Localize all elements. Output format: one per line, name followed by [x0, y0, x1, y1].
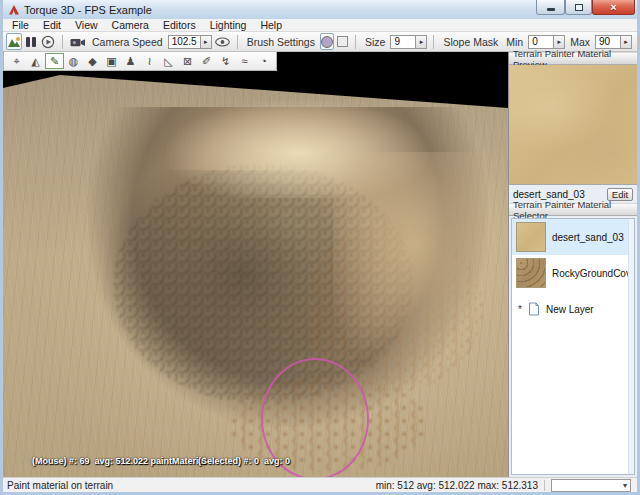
brush-size-dropdown-icon[interactable]: ▸	[415, 36, 426, 48]
toolbar-separator	[433, 35, 434, 49]
toolbar-separator	[237, 35, 238, 49]
material-row[interactable]: desert_sand_03	[512, 219, 634, 255]
slope-max-label: Max	[570, 36, 590, 48]
brush-size-label: Size	[365, 36, 385, 48]
erode-terrain-icon[interactable]: ↯	[216, 53, 235, 69]
menu-bar: FileEditViewCameraEditorsLightingHelp	[3, 19, 637, 32]
slope-min-dropdown-icon[interactable]: ▸	[553, 36, 564, 48]
terrain-ground	[3, 52, 508, 477]
eye-icon	[215, 37, 230, 47]
visibility-button[interactable]	[214, 33, 231, 50]
dune-right-highlight	[333, 152, 508, 382]
slope-min-label: Min	[506, 36, 523, 48]
app-window: Torque 3D - FPS Example × FileEditViewCa…	[0, 0, 640, 495]
status-message: Paint material on terrain	[7, 480, 376, 491]
menu-item-view[interactable]: View	[68, 19, 105, 32]
title-bar[interactable]: Torque 3D - FPS Example ×	[3, 0, 637, 19]
slope-mask-label: Slope Mask	[443, 36, 498, 48]
camera-speed-dropdown-icon[interactable]: ▸	[200, 36, 211, 48]
toolbar-separator	[638, 35, 639, 49]
camera-menu-button[interactable]	[69, 33, 87, 50]
material-thumbnail	[516, 258, 546, 288]
set-height-icon[interactable]: ♟	[121, 53, 140, 69]
new-layer-page-icon	[528, 302, 540, 316]
grab-terrain-icon[interactable]: ⌖	[7, 53, 26, 69]
terrain-tools-toolbar: ⌖◭✎◍◆▣♟≀◺⊠✐↯≈◔	[3, 52, 277, 71]
restore-icon	[575, 4, 583, 11]
menu-item-edit[interactable]: Edit	[36, 19, 68, 32]
menu-item-editors[interactable]: Editors	[156, 19, 203, 32]
columns-icon	[25, 36, 37, 48]
viewport-3d[interactable]: (Mouse) #: 69 avg: 512.022 paintMaterial…	[3, 52, 508, 477]
terrain-editor-button[interactable]	[6, 33, 22, 50]
play-icon	[41, 35, 55, 49]
new-layer-item[interactable]: *New Layer	[512, 291, 634, 327]
material-label: RockyGroundCover	[552, 268, 635, 279]
flatten-height-icon[interactable]: ▣	[102, 53, 121, 69]
camera-speed-input[interactable]: 102.5 ▸	[168, 35, 212, 49]
material-row[interactable]: RockyGroundCover	[512, 255, 634, 291]
brush-size-input[interactable]: 9 ▸	[390, 35, 427, 49]
material-selector-header: Terrain Painter Material Selector	[509, 203, 637, 216]
minimize-icon	[547, 8, 555, 11]
chevron-down-icon: ▾	[623, 481, 627, 490]
torque-logo-icon	[8, 4, 20, 16]
selected-terrain-info: (Selected) #: 0 avg: 0	[198, 456, 290, 466]
paint-material-brush-icon[interactable]: ✎	[45, 53, 64, 69]
status-dropdown[interactable]: ▾	[551, 479, 631, 492]
terrain-brush-soft-icon[interactable]: ◔	[254, 53, 273, 69]
material-list-scrollbar[interactable]	[628, 219, 634, 474]
ellipse-brush-button[interactable]	[320, 33, 334, 50]
status-bar: Paint material on terrain min: 512 avg: …	[3, 477, 637, 492]
set-empty-icon[interactable]: ◺	[159, 53, 178, 69]
smooth-height-icon[interactable]: ◍	[64, 53, 83, 69]
toolbar-separator	[62, 35, 63, 49]
mountain-icon	[7, 36, 21, 48]
status-separator	[544, 480, 545, 491]
restore-button[interactable]	[565, 0, 592, 15]
paint-noise-icon[interactable]: ◆	[83, 53, 102, 69]
material-label: desert_sand_03	[552, 232, 624, 243]
camera-icon	[70, 37, 86, 47]
terrain-painter-panel: Terrain Painter Material Preview desert_…	[508, 52, 637, 477]
menu-item-camera[interactable]: Camera	[105, 19, 156, 32]
window-title: Torque 3D - FPS Example	[24, 4, 152, 16]
menu-item-lighting[interactable]: Lighting	[203, 19, 254, 32]
clear-terrain-icon[interactable]: ≀	[140, 53, 159, 69]
terrain-height-stats: min: 512 avg: 512.022 max: 512.313	[376, 480, 538, 491]
raise-height-icon[interactable]: ◭	[26, 53, 45, 69]
material-label: New Layer	[546, 304, 630, 315]
box-brush-icon	[337, 36, 348, 47]
slope-max-dropdown-icon[interactable]: ▸	[620, 36, 631, 48]
minimize-button[interactable]	[536, 0, 565, 15]
play-game-button[interactable]	[40, 33, 56, 50]
brush-settings-label: Brush Settings	[247, 36, 315, 48]
smooth-slope-icon[interactable]: ≈	[235, 53, 254, 69]
camera-speed-label: Camera Speed	[92, 36, 163, 48]
close-button[interactable]: ×	[592, 0, 635, 15]
mouse-terrain-info: (Mouse) #: 69 avg: 512.022 paintMaterial	[32, 456, 206, 466]
material-preview-image	[509, 65, 637, 185]
slope-min-input[interactable]: 0 ▸	[528, 35, 565, 49]
slope-max-input[interactable]: 90 ▸	[595, 35, 632, 49]
box-brush-button[interactable]	[336, 33, 349, 50]
material-list: desert_sand_03RockyGroundCover*New Layer	[512, 219, 634, 327]
new-layer-asterisk: *	[518, 304, 522, 315]
close-icon: ×	[610, 2, 616, 13]
menu-item-file[interactable]: File	[5, 19, 36, 32]
menu-item-help[interactable]: Help	[253, 19, 289, 32]
restore-terrain-icon[interactable]: ✐	[197, 53, 216, 69]
toolbar-separator	[355, 35, 356, 49]
material-preview-header: Terrain Painter Material Preview	[509, 52, 637, 65]
window-layout-button[interactable]	[24, 33, 38, 50]
material-thumbnail	[516, 222, 546, 252]
select-area-icon[interactable]: ⊠	[178, 53, 197, 69]
ellipse-brush-icon	[321, 36, 333, 48]
